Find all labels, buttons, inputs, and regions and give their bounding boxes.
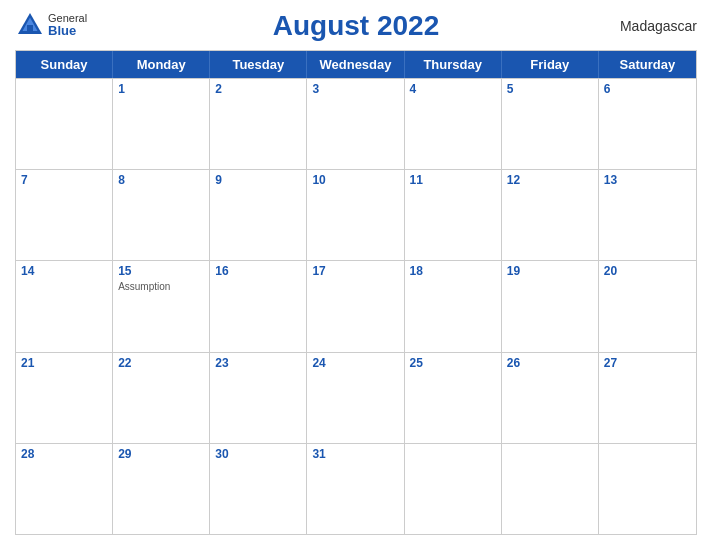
day-number: 22 [118, 356, 204, 370]
day-cell-w1-d7: 6 [599, 79, 696, 169]
day-cell-w2-d6: 12 [502, 170, 599, 260]
day-headers: Sunday Monday Tuesday Wednesday Thursday… [16, 51, 696, 78]
header-thursday: Thursday [405, 51, 502, 78]
day-cell-w5-d3: 30 [210, 444, 307, 534]
calendar-grid: Sunday Monday Tuesday Wednesday Thursday… [15, 50, 697, 535]
day-number: 26 [507, 356, 593, 370]
calendar-title: August 2022 [273, 10, 440, 42]
day-number: 5 [507, 82, 593, 96]
day-number: 10 [312, 173, 398, 187]
day-number: 23 [215, 356, 301, 370]
day-cell-w2-d3: 9 [210, 170, 307, 260]
day-number: 13 [604, 173, 691, 187]
day-cell-w3-d2: 15Assumption [113, 261, 210, 351]
day-cell-w2-d7: 13 [599, 170, 696, 260]
day-number: 3 [312, 82, 398, 96]
calendar-container: General Blue August 2022 Madagascar Sund… [0, 0, 712, 550]
svg-rect-2 [27, 25, 33, 34]
day-number: 2 [215, 82, 301, 96]
day-number: 25 [410, 356, 496, 370]
week-row-5: 28293031 [16, 443, 696, 534]
day-number: 20 [604, 264, 691, 278]
day-cell-w1-d4: 3 [307, 79, 404, 169]
day-number: 12 [507, 173, 593, 187]
day-cell-w3-d6: 19 [502, 261, 599, 351]
day-number: 8 [118, 173, 204, 187]
day-number: 30 [215, 447, 301, 461]
day-number: 14 [21, 264, 107, 278]
day-cell-w4-d2: 22 [113, 353, 210, 443]
logo-text: General Blue [48, 13, 87, 37]
day-cell-w3-d5: 18 [405, 261, 502, 351]
day-number: 9 [215, 173, 301, 187]
header-saturday: Saturday [599, 51, 696, 78]
day-number: 29 [118, 447, 204, 461]
day-number: 6 [604, 82, 691, 96]
day-cell-w5-d6 [502, 444, 599, 534]
day-cell-w4-d6: 26 [502, 353, 599, 443]
day-cell-w3-d1: 14 [16, 261, 113, 351]
week-row-2: 78910111213 [16, 169, 696, 260]
day-number: 11 [410, 173, 496, 187]
calendar-weeks: 123456789101112131415Assumption161718192… [16, 78, 696, 534]
day-number: 4 [410, 82, 496, 96]
day-cell-w4-d5: 25 [405, 353, 502, 443]
day-cell-w3-d4: 17 [307, 261, 404, 351]
day-cell-w4-d7: 27 [599, 353, 696, 443]
day-cell-w1-d5: 4 [405, 79, 502, 169]
day-cell-w5-d2: 29 [113, 444, 210, 534]
day-number: 24 [312, 356, 398, 370]
day-number: 19 [507, 264, 593, 278]
country-label: Madagascar [620, 18, 697, 34]
event-label: Assumption [118, 281, 204, 292]
day-number: 31 [312, 447, 398, 461]
day-cell-w3-d3: 16 [210, 261, 307, 351]
week-row-1: 123456 [16, 78, 696, 169]
day-cell-w2-d1: 7 [16, 170, 113, 260]
header-tuesday: Tuesday [210, 51, 307, 78]
day-number: 16 [215, 264, 301, 278]
day-cell-w1-d6: 5 [502, 79, 599, 169]
day-cell-w4-d3: 23 [210, 353, 307, 443]
day-cell-w2-d5: 11 [405, 170, 502, 260]
day-number: 7 [21, 173, 107, 187]
day-number: 17 [312, 264, 398, 278]
header-monday: Monday [113, 51, 210, 78]
day-cell-w3-d7: 20 [599, 261, 696, 351]
day-number: 1 [118, 82, 204, 96]
day-number: 28 [21, 447, 107, 461]
logo-area: General Blue [15, 10, 87, 40]
day-number: 15 [118, 264, 204, 278]
logo-icon [15, 10, 45, 40]
day-cell-w5-d1: 28 [16, 444, 113, 534]
day-cell-w5-d4: 31 [307, 444, 404, 534]
day-number: 21 [21, 356, 107, 370]
day-number: 18 [410, 264, 496, 278]
day-cell-w1-d2: 1 [113, 79, 210, 169]
day-cell-w5-d7 [599, 444, 696, 534]
header-sunday: Sunday [16, 51, 113, 78]
day-cell-w5-d5 [405, 444, 502, 534]
header-wednesday: Wednesday [307, 51, 404, 78]
day-number: 27 [604, 356, 691, 370]
day-cell-w4-d1: 21 [16, 353, 113, 443]
header-friday: Friday [502, 51, 599, 78]
day-cell-w2-d4: 10 [307, 170, 404, 260]
day-cell-w2-d2: 8 [113, 170, 210, 260]
day-cell-w1-d1 [16, 79, 113, 169]
week-row-3: 1415Assumption1617181920 [16, 260, 696, 351]
day-cell-w4-d4: 24 [307, 353, 404, 443]
logo-blue-text: Blue [48, 24, 87, 37]
day-cell-w1-d3: 2 [210, 79, 307, 169]
week-row-4: 21222324252627 [16, 352, 696, 443]
calendar-header: General Blue August 2022 Madagascar [15, 10, 697, 42]
